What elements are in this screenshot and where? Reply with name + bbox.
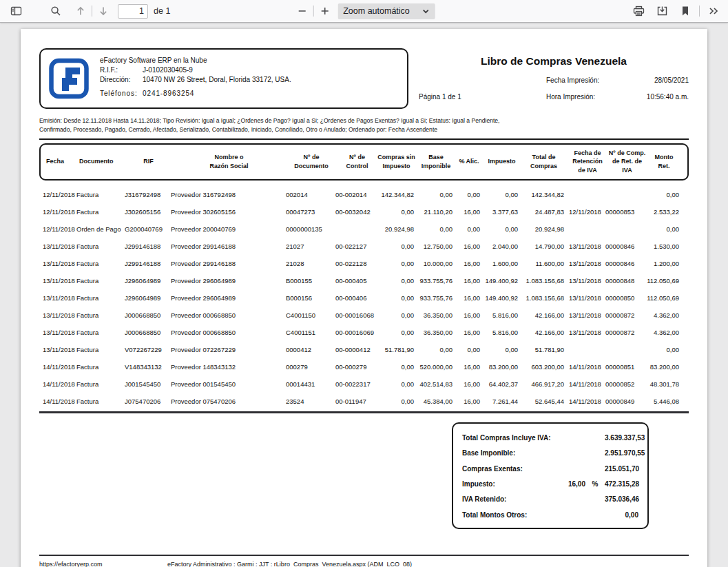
table-cell: Factura [75, 277, 123, 285]
table-row: 12/11/2018FacturaJ316792498Proveedor 316… [39, 186, 689, 203]
table-header-box: FechaDocumentoRIFNombre o Razón SocialNº… [39, 143, 689, 181]
totals-label: Impuesto: [462, 480, 553, 488]
table-cell: 12.750,00 [417, 243, 455, 250]
print-button[interactable] [630, 2, 647, 20]
table-cell: 00000872 [603, 311, 646, 319]
table-cell: Factura [75, 260, 123, 267]
table-cell: 20.924,98 [376, 225, 417, 233]
page-up-icon [75, 6, 86, 17]
pdf-toolbar: de 1 Zoom automático [0, 0, 728, 23]
page-down-icon [98, 6, 109, 17]
table-cell: V148343132 [123, 363, 169, 371]
search-button[interactable] [47, 2, 65, 20]
sidebar-toggle-button[interactable] [7, 2, 25, 20]
totals-row: Base Imponible:2.951.970,55 [462, 446, 638, 461]
table-cell: J302605156 [123, 208, 169, 216]
table-cell: Proveedor 001545450 [169, 380, 284, 388]
table-cell: 0,00 [376, 380, 417, 388]
table-cell: 14/11/2018 [39, 363, 75, 371]
table-cell: Proveedor 000668850 [169, 329, 284, 336]
table-row: 14/11/2018FacturaV148343132Proveedor 148… [39, 358, 689, 375]
column-header: Nº de Comp. de Ret. de IVA [605, 149, 647, 175]
save-icon [656, 6, 668, 17]
column-header: % Alic. [457, 157, 484, 166]
table-cell: Proveedor 302605156 [169, 208, 284, 216]
filters-line-1: Emisión: Desde 12.11.2018 Hasta 14.11.20… [39, 116, 689, 125]
address-label: Dirección: [100, 76, 143, 83]
column-header: RIF [125, 157, 171, 166]
previous-page-button[interactable] [72, 2, 90, 20]
rif-label: R.I.F.: [100, 66, 143, 74]
table-cell: 16,00 [455, 294, 483, 302]
table-cell: 13/11/2018 [39, 243, 75, 250]
table-cell: 5.816,00 [483, 311, 521, 319]
table-cell: 0,00 [483, 346, 521, 353]
table-cell: 21028 [284, 260, 334, 267]
table-cell: 0,00 [376, 260, 417, 267]
footer-divider [39, 555, 689, 556]
table-cell: 0,00 [376, 311, 417, 319]
print-time-label: Hora Impresión: [546, 93, 612, 101]
save-button[interactable] [653, 2, 671, 20]
table-cell: 142.344,82 [521, 191, 567, 198]
table-cell: 00-000279 [334, 363, 376, 371]
table-header-row: FechaDocumentoRIFNombre o Razón SocialNº… [41, 149, 687, 175]
table-cell: J000668850 [123, 329, 169, 336]
table-cell: 0,00 [646, 191, 683, 198]
table-cell: 21.110,20 [417, 208, 455, 216]
pdf-viewer-area[interactable]: eFactory Software ERP en la Nube R.I.F.:… [0, 23, 728, 567]
table-cell: 00-022127 [334, 243, 376, 250]
table-cell: 0,00 [376, 398, 417, 405]
table-cell: 0000000135 [284, 225, 334, 233]
table-cell: 10.000,00 [417, 260, 455, 267]
table-cell: 00000853 [603, 208, 646, 216]
table-cell: 16,00 [455, 363, 483, 371]
totals-box: Total Compras Incluye IVA:3.639.337,53Ba… [452, 422, 649, 529]
table-cell: 112.050,69 [646, 294, 683, 302]
table-row: 13/11/2018FacturaJ000668850Proveedor 000… [39, 307, 689, 324]
zoom-out-button[interactable] [293, 2, 311, 20]
table-cell: 48.301,78 [646, 380, 683, 388]
zoom-level-select[interactable]: Zoom automático [337, 3, 435, 19]
table-cell: 149.400,92 [483, 294, 521, 302]
table-cell: C4001150 [284, 311, 334, 319]
table-row: 13/11/2018FacturaJ299146188Proveedor 299… [39, 238, 689, 255]
table-cell: 5.816,00 [483, 329, 521, 336]
table-cell: 13/11/2018 [567, 260, 603, 267]
table-cell: 00000848 [603, 277, 646, 285]
totals-row: Total Montos Otros:0,00 [462, 507, 638, 522]
table-cell: 0,00 [376, 243, 417, 250]
table-cell: Proveedor 148343132 [169, 363, 284, 371]
table-row: 13/11/2018FacturaJ296064989Proveedor 296… [39, 289, 689, 307]
table-cell: 12/11/2018 [39, 191, 75, 198]
table-cell: C4001151 [284, 329, 334, 336]
table-cell: 14/11/2018 [39, 380, 75, 388]
table-cell: 1.083.156,68 [521, 277, 567, 285]
table-cell: 16,00 [455, 277, 483, 285]
table-cell: 00000851 [603, 363, 646, 371]
zoom-in-button[interactable] [315, 2, 333, 20]
table-cell: 13/11/2018 [567, 277, 603, 285]
table-cell: 83.200,00 [483, 363, 521, 371]
table-cell: 16,00 [455, 243, 483, 250]
table-cell: 0,00 [646, 346, 683, 353]
report-footer: https://efactoryerp.com eFactory Adminis… [39, 561, 689, 567]
column-header: Total de Compras [522, 153, 568, 170]
table-cell: 1.600,00 [483, 260, 521, 267]
table-row: 14/11/2018FacturaJ075470206Proveedor 075… [39, 393, 689, 410]
report-title: Libro de Compras Venezuela [419, 55, 689, 68]
next-page-button[interactable] [94, 2, 112, 20]
table-cell: 00-022128 [334, 260, 376, 267]
toolbar-separator [699, 6, 700, 17]
table-cell: 00-00016069 [334, 329, 376, 336]
toolbar-separator [313, 6, 313, 17]
print-icon [633, 6, 645, 17]
totals-percent-sign: % [585, 480, 605, 488]
more-tools-button[interactable] [705, 2, 722, 20]
table-cell: 00000850 [603, 294, 646, 302]
filters-line-2: Confirmado, Procesado, Pagado, Cerrado, … [39, 125, 689, 134]
table-cell: 00047273 [284, 208, 334, 216]
table-cell: 00-000406 [334, 294, 376, 302]
current-view-button[interactable] [676, 2, 694, 20]
page-number-input[interactable] [118, 4, 148, 19]
